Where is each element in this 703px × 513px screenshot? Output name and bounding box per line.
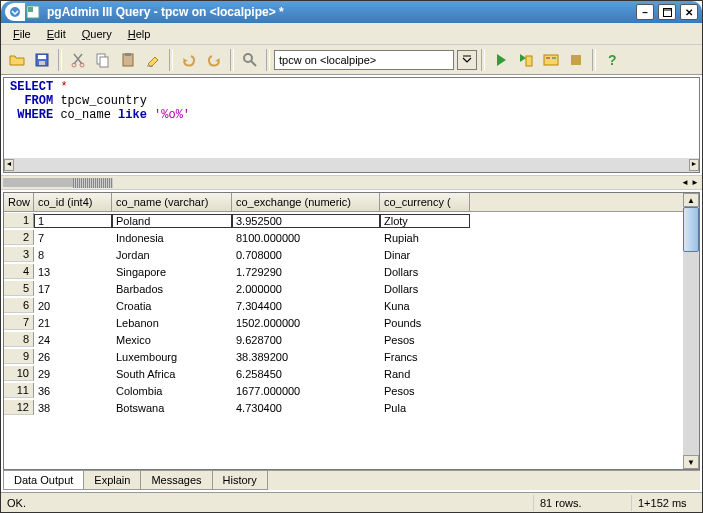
save-button[interactable] <box>30 48 54 72</box>
cell-co-id[interactable]: 13 <box>34 265 112 279</box>
cell-co-id[interactable]: 8 <box>34 248 112 262</box>
tab-messages[interactable]: Messages <box>140 471 212 490</box>
close-button[interactable]: ✕ <box>680 4 698 20</box>
table-row[interactable]: 620Croatia7.304400Kuna <box>4 297 683 314</box>
minimize-button[interactable]: – <box>636 4 654 20</box>
cell-co-name[interactable]: Indonesia <box>112 231 232 245</box>
cell-co-currency[interactable]: Dinar <box>380 248 470 262</box>
scroll-up-button[interactable]: ▲ <box>683 193 699 207</box>
connection-dropdown[interactable] <box>457 50 477 70</box>
system-menu-button[interactable] <box>5 3 25 21</box>
cell-co-id[interactable]: 21 <box>34 316 112 330</box>
cell-co-exchange[interactable]: 0.708000 <box>232 248 380 262</box>
cell-co-exchange[interactable]: 3.952500 <box>232 214 380 228</box>
cut-button[interactable] <box>66 48 90 72</box>
results-grid[interactable]: Row co_id (int4) co_name (varchar) co_ex… <box>4 193 683 469</box>
cell-co-exchange[interactable]: 4.730400 <box>232 401 380 415</box>
find-button[interactable] <box>238 48 262 72</box>
table-row[interactable]: 27Indonesia8100.000000Rupiah <box>4 229 683 246</box>
col-header-row[interactable]: Row <box>4 193 34 211</box>
execute-file-button[interactable] <box>514 48 538 72</box>
cell-co-exchange[interactable]: 2.000000 <box>232 282 380 296</box>
menu-file[interactable]: File <box>5 26 39 42</box>
scroll-down-button[interactable]: ▼ <box>683 455 699 469</box>
table-row[interactable]: 413Singapore1.729290Dollars <box>4 263 683 280</box>
table-row[interactable]: 11Poland3.952500Zloty <box>4 212 683 229</box>
query-h-scrollbar[interactable]: ◄ ► <box>4 158 699 172</box>
splitter-left-arrow[interactable]: ◄ <box>680 177 690 189</box>
copy-button[interactable] <box>91 48 115 72</box>
tab-explain[interactable]: Explain <box>83 471 141 490</box>
connection-input[interactable] <box>274 50 454 70</box>
results-v-scrollbar[interactable]: ▲ ▼ <box>683 193 699 469</box>
cell-co-name[interactable]: Barbados <box>112 282 232 296</box>
cell-co-id[interactable]: 26 <box>34 350 112 364</box>
scroll-thumb[interactable] <box>683 207 699 252</box>
cell-co-exchange[interactable]: 8100.000000 <box>232 231 380 245</box>
cell-co-name[interactable]: Colombia <box>112 384 232 398</box>
cell-co-id[interactable]: 1 <box>34 214 112 228</box>
cell-co-exchange[interactable]: 6.258450 <box>232 367 380 381</box>
maximize-button[interactable] <box>658 4 676 20</box>
cell-co-currency[interactable]: Pesos <box>380 333 470 347</box>
cell-co-id[interactable]: 7 <box>34 231 112 245</box>
cell-co-currency[interactable]: Dollars <box>380 282 470 296</box>
cell-co-currency[interactable]: Pesos <box>380 384 470 398</box>
table-row[interactable]: 824Mexico9.628700Pesos <box>4 331 683 348</box>
cell-co-id[interactable]: 24 <box>34 333 112 347</box>
cell-co-id[interactable]: 20 <box>34 299 112 313</box>
cell-co-id[interactable]: 29 <box>34 367 112 381</box>
col-header-co-id[interactable]: co_id (int4) <box>34 193 112 211</box>
menu-query[interactable]: Query <box>74 26 120 42</box>
col-header-co-currency[interactable]: co_currency ( <box>380 193 470 211</box>
table-row[interactable]: 517Barbados2.000000Dollars <box>4 280 683 297</box>
cell-co-name[interactable]: Poland <box>112 214 232 228</box>
cell-co-exchange[interactable]: 1677.000000 <box>232 384 380 398</box>
table-row[interactable]: 38Jordan0.708000Dinar <box>4 246 683 263</box>
menu-edit[interactable]: Edit <box>39 26 74 42</box>
cancel-button[interactable] <box>564 48 588 72</box>
query-editor[interactable]: SELECT * FROM tpcw_country WHERE co_name… <box>3 77 700 173</box>
col-header-co-exchange[interactable]: co_exchange (numeric) <box>232 193 380 211</box>
cell-co-id[interactable]: 36 <box>34 384 112 398</box>
open-button[interactable] <box>5 48 29 72</box>
cell-co-currency[interactable]: Dollars <box>380 265 470 279</box>
cell-co-exchange[interactable]: 38.389200 <box>232 350 380 364</box>
cell-co-name[interactable]: Botswana <box>112 401 232 415</box>
execute-button[interactable] <box>489 48 513 72</box>
col-header-co-name[interactable]: co_name (varchar) <box>112 193 232 211</box>
cell-co-exchange[interactable]: 7.304400 <box>232 299 380 313</box>
cell-co-currency[interactable]: Francs <box>380 350 470 364</box>
table-row[interactable]: 926Luxembourg38.389200Francs <box>4 348 683 365</box>
explain-button[interactable] <box>539 48 563 72</box>
cell-co-id[interactable]: 17 <box>34 282 112 296</box>
cell-co-name[interactable]: Lebanon <box>112 316 232 330</box>
undo-button[interactable] <box>177 48 201 72</box>
table-row[interactable]: 1136Colombia1677.000000Pesos <box>4 382 683 399</box>
redo-button[interactable] <box>202 48 226 72</box>
cell-co-currency[interactable]: Zloty <box>380 214 470 228</box>
splitter-right-arrow[interactable]: ► <box>690 177 700 189</box>
help-button[interactable]: ? <box>600 48 624 72</box>
menu-help[interactable]: Help <box>120 26 159 42</box>
cell-co-exchange[interactable]: 9.628700 <box>232 333 380 347</box>
cell-co-currency[interactable]: Pounds <box>380 316 470 330</box>
splitter[interactable]: ◄ ► <box>1 175 702 190</box>
cell-co-name[interactable]: Croatia <box>112 299 232 313</box>
paste-button[interactable] <box>116 48 140 72</box>
cell-co-currency[interactable]: Kuna <box>380 299 470 313</box>
cell-co-exchange[interactable]: 1.729290 <box>232 265 380 279</box>
tab-data-output[interactable]: Data Output <box>3 471 84 490</box>
tab-history[interactable]: History <box>212 471 268 490</box>
cell-co-exchange[interactable]: 1502.000000 <box>232 316 380 330</box>
cell-co-currency[interactable]: Pula <box>380 401 470 415</box>
cell-co-name[interactable]: Jordan <box>112 248 232 262</box>
cell-co-name[interactable]: Singapore <box>112 265 232 279</box>
cell-co-id[interactable]: 38 <box>34 401 112 415</box>
cell-co-name[interactable]: Luxembourg <box>112 350 232 364</box>
cell-co-name[interactable]: South Africa <box>112 367 232 381</box>
cell-co-currency[interactable]: Rupiah <box>380 231 470 245</box>
table-row[interactable]: 1029South Africa6.258450Rand <box>4 365 683 382</box>
table-row[interactable]: 1238Botswana4.730400Pula <box>4 399 683 416</box>
clear-button[interactable] <box>141 48 165 72</box>
